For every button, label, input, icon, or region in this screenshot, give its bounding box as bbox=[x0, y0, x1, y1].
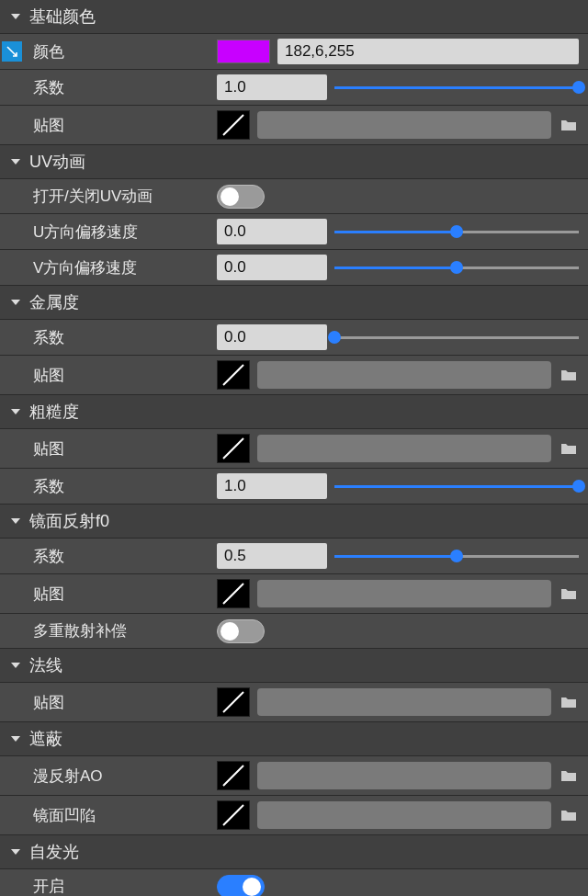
svg-line-3 bbox=[223, 584, 243, 604]
map-path-input[interactable] bbox=[257, 762, 551, 789]
section-header-occlusion[interactable]: 遮蔽 bbox=[0, 722, 588, 756]
map-label: 贴图 bbox=[33, 692, 217, 713]
folder-icon[interactable] bbox=[559, 119, 579, 131]
map-label: 贴图 bbox=[33, 438, 217, 459]
row-spec-occ: 镜面凹陷 bbox=[0, 796, 588, 835]
row-metallic-map: 贴图 bbox=[0, 356, 588, 395]
factor-value-input[interactable] bbox=[217, 74, 327, 100]
section-header-base-color[interactable]: 基础颜色 bbox=[0, 0, 588, 34]
map-path-input[interactable] bbox=[257, 801, 551, 829]
map-preview-icon[interactable] bbox=[217, 687, 250, 717]
chevron-down-icon bbox=[9, 845, 22, 858]
v-speed-input[interactable] bbox=[217, 255, 327, 280]
svg-line-2 bbox=[223, 438, 243, 459]
factor-label: 系数 bbox=[33, 476, 217, 497]
map-preview-icon[interactable] bbox=[217, 110, 250, 140]
folder-icon[interactable] bbox=[559, 442, 579, 455]
v-speed-label: V方向偏移速度 bbox=[33, 257, 217, 278]
chevron-down-icon bbox=[9, 155, 22, 168]
folder-icon[interactable] bbox=[559, 809, 579, 822]
map-label: 贴图 bbox=[33, 584, 217, 605]
factor-value-input[interactable] bbox=[217, 543, 327, 569]
svg-line-4 bbox=[223, 692, 243, 712]
color-swatch[interactable] bbox=[217, 40, 270, 63]
row-base-factor: 系数 bbox=[0, 70, 588, 106]
row-roughness-map: 贴图 bbox=[0, 429, 588, 469]
chevron-down-icon bbox=[9, 659, 22, 672]
section-header-emission[interactable]: 自发光 bbox=[0, 835, 588, 869]
section-header-metallic[interactable]: 金属度 bbox=[0, 286, 588, 320]
diffuse-ao-label: 漫反射AO bbox=[33, 766, 217, 787]
factor-slider[interactable] bbox=[334, 543, 579, 569]
folder-icon[interactable] bbox=[559, 587, 579, 600]
svg-line-5 bbox=[223, 766, 243, 786]
base-color-indicator-icon[interactable] bbox=[2, 41, 22, 62]
section-title: 粗糙度 bbox=[29, 401, 79, 423]
u-speed-label: U方向偏移速度 bbox=[33, 221, 217, 243]
ms-comp-toggle[interactable] bbox=[217, 619, 265, 643]
row-u-speed: U方向偏移速度 bbox=[0, 214, 588, 250]
row-diffuse-ao: 漫反射AO bbox=[0, 756, 588, 796]
uv-toggle-label: 打开/关闭UV动画 bbox=[33, 186, 217, 207]
section-title: UV动画 bbox=[29, 151, 85, 173]
section-title: 法线 bbox=[29, 654, 62, 676]
section-header-roughness[interactable]: 粗糙度 bbox=[0, 395, 588, 429]
row-base-color: 颜色 bbox=[0, 34, 588, 70]
map-preview-icon[interactable] bbox=[217, 434, 250, 463]
factor-value-input[interactable] bbox=[217, 473, 327, 499]
factor-label: 系数 bbox=[33, 77, 217, 98]
section-title: 金属度 bbox=[29, 291, 79, 313]
map-preview-icon[interactable] bbox=[217, 579, 250, 608]
folder-icon[interactable] bbox=[559, 369, 579, 381]
folder-icon[interactable] bbox=[559, 769, 579, 782]
factor-slider[interactable] bbox=[334, 74, 579, 100]
chevron-down-icon bbox=[9, 405, 22, 418]
row-ms-comp: 多重散射补偿 bbox=[0, 614, 588, 649]
map-preview-icon[interactable] bbox=[217, 761, 250, 790]
row-base-map: 贴图 bbox=[0, 106, 588, 145]
section-header-specular-f0[interactable]: 镜面反射f0 bbox=[0, 505, 588, 539]
svg-line-0 bbox=[223, 115, 243, 135]
material-properties-panel: 基础颜色 颜色 系数 贴图 UV动画 打开/关闭UV动画 bbox=[0, 0, 588, 896]
map-preview-icon[interactable] bbox=[217, 800, 250, 830]
color-label: 颜色 bbox=[33, 41, 217, 62]
row-v-speed: V方向偏移速度 bbox=[0, 250, 588, 286]
map-path-input[interactable] bbox=[257, 361, 551, 389]
map-path-input[interactable] bbox=[257, 688, 551, 716]
row-roughness-factor: 系数 bbox=[0, 469, 588, 505]
factor-slider[interactable] bbox=[334, 473, 579, 499]
u-speed-slider[interactable] bbox=[334, 219, 579, 244]
chevron-down-icon bbox=[9, 515, 22, 527]
section-title: 自发光 bbox=[29, 841, 79, 863]
map-path-input[interactable] bbox=[257, 580, 551, 607]
row-specular-map: 贴图 bbox=[0, 574, 588, 614]
u-speed-input[interactable] bbox=[217, 219, 327, 244]
ms-comp-label: 多重散射补偿 bbox=[33, 620, 217, 641]
row-uv-toggle: 打开/关闭UV动画 bbox=[0, 179, 588, 214]
chevron-down-icon bbox=[9, 296, 22, 309]
factor-slider[interactable] bbox=[334, 324, 579, 350]
row-normal-map: 贴图 bbox=[0, 683, 588, 722]
map-path-input[interactable] bbox=[257, 111, 551, 139]
factor-value-input[interactable] bbox=[217, 324, 327, 350]
section-header-normal[interactable]: 法线 bbox=[0, 649, 588, 683]
map-preview-icon[interactable] bbox=[217, 360, 250, 390]
emission-enable-toggle[interactable] bbox=[217, 875, 265, 897]
map-label: 贴图 bbox=[33, 365, 217, 386]
emission-enable-label: 开启 bbox=[33, 876, 217, 896]
factor-label: 系数 bbox=[33, 546, 217, 567]
chevron-down-icon bbox=[9, 732, 22, 745]
map-label: 贴图 bbox=[33, 115, 217, 136]
row-emission-enable: 开启 bbox=[0, 869, 588, 896]
uv-anim-toggle[interactable] bbox=[217, 185, 265, 209]
section-title: 遮蔽 bbox=[29, 728, 62, 750]
v-speed-slider[interactable] bbox=[334, 255, 579, 280]
section-header-uv-anim[interactable]: UV动画 bbox=[0, 145, 588, 179]
color-value-input[interactable] bbox=[277, 39, 579, 64]
row-metallic-factor: 系数 bbox=[0, 320, 588, 356]
factor-label: 系数 bbox=[33, 327, 217, 348]
folder-icon[interactable] bbox=[559, 696, 579, 709]
svg-line-6 bbox=[223, 805, 243, 825]
map-path-input[interactable] bbox=[257, 435, 551, 462]
svg-line-1 bbox=[223, 365, 243, 385]
